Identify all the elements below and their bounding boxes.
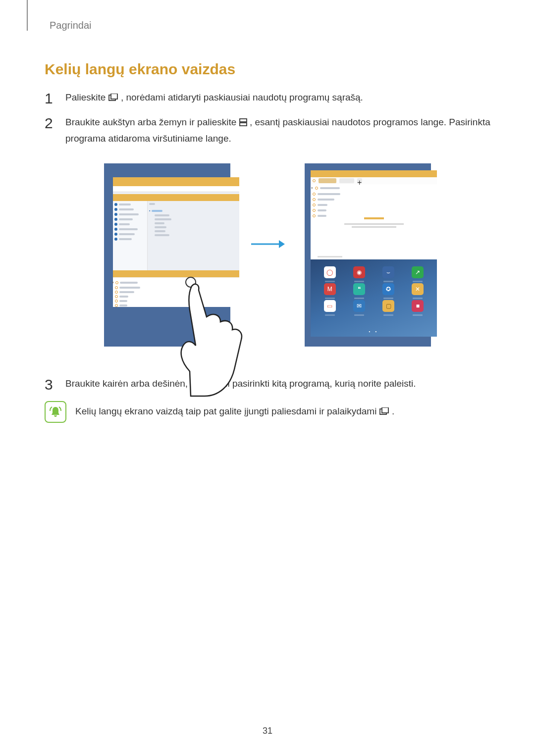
split-screen-icon — [239, 116, 247, 131]
app-icon: ✕ — [412, 283, 424, 295]
bell-icon — [45, 401, 66, 423]
text-after: . — [392, 406, 394, 416]
app-icon: ▭ — [324, 300, 336, 312]
recent-apps-icon — [108, 91, 118, 106]
app-icon: M — [324, 283, 336, 295]
svg-marker-6 — [279, 240, 285, 248]
tablet-screenshot-right: + ▾ — [305, 163, 431, 347]
step-number: 1 — [45, 91, 59, 106]
step-number: 3 — [45, 377, 59, 392]
page-number: 31 — [0, 726, 535, 736]
svg-rect-8 — [382, 407, 388, 413]
app-icon: ✪ — [382, 283, 394, 295]
text-after: , norėdami atidaryti paskiausiai naudotų… — [121, 92, 363, 102]
section-title: Kelių langų ekrano vaizdas — [45, 61, 490, 78]
app-icon: ⌣ — [382, 266, 394, 278]
app-icon: ◉ — [353, 266, 365, 278]
step-text: Braukite kairėn arba dešinėn, norėdami p… — [59, 376, 416, 391]
app-icon: ◯ — [324, 266, 336, 278]
app-icon: ■ — [412, 300, 424, 312]
breadcrumb: Pagrindai — [50, 20, 490, 31]
app-icon: ✉ — [353, 300, 365, 312]
text-before: Kelių langų ekrano vaizdą taip pat galit… — [75, 406, 379, 416]
text-before: Palieskite — [65, 92, 108, 102]
step-2: 2 Braukite aukštyn arba žemyn ir paliesk… — [45, 115, 490, 146]
step-1: 1 Palieskite , norėdami atidaryti paskia… — [45, 90, 490, 106]
svg-rect-3 — [240, 123, 247, 126]
app-icon: ▢ — [382, 300, 394, 312]
svg-rect-2 — [240, 119, 247, 122]
step-number: 2 — [45, 116, 59, 131]
recent-apps-icon — [379, 407, 389, 418]
tip-note: Kelių langų ekrano vaizdą taip pat galit… — [45, 401, 490, 423]
step-text: Palieskite , norėdami atidaryti paskiaus… — [59, 90, 363, 106]
app-icon: ↗ — [412, 266, 424, 278]
arrow-right-icon — [250, 238, 285, 252]
step-text: Braukite aukštyn arba žemyn ir palieskit… — [59, 115, 490, 146]
app-icon: ❝ — [353, 283, 365, 295]
margin-rule — [27, 0, 28, 31]
text-before: Braukite aukštyn arba žemyn ir palieskit… — [65, 117, 239, 127]
svg-rect-1 — [111, 94, 117, 99]
step-3: 3 Braukite kairėn arba dešinėn, norėdami… — [45, 376, 490, 392]
instruction-figure: ▪ ▾ — [45, 163, 490, 347]
tip-text: Kelių langų ekrano vaizdą taip pat galit… — [75, 406, 394, 418]
tablet-screenshot-left: ▪ ▾ — [104, 163, 230, 347]
